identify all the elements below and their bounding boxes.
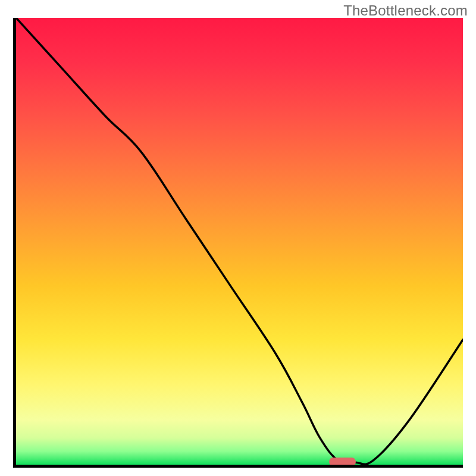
chart-background bbox=[16, 18, 463, 465]
plot-area bbox=[16, 18, 463, 465]
optimal-range-marker bbox=[329, 458, 356, 465]
watermark-text: TheBottleneck.com bbox=[343, 2, 468, 19]
chart-svg bbox=[16, 18, 463, 465]
